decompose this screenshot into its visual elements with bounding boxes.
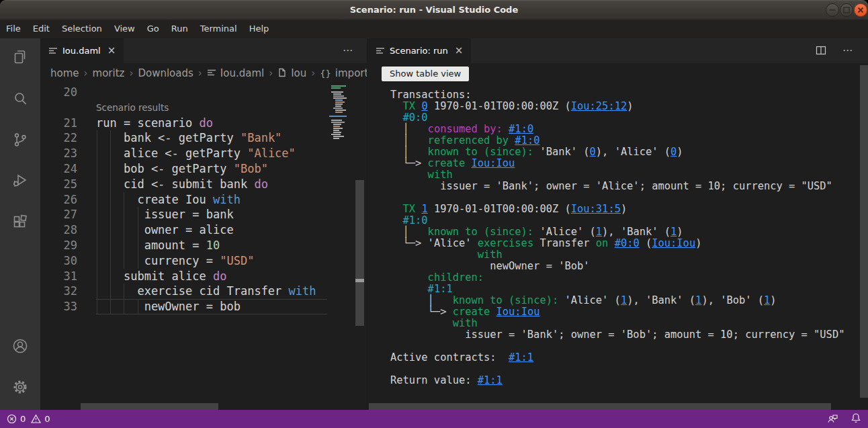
chevron-right-icon: ›	[84, 67, 88, 79]
breadcrumb-file[interactable]: Iou.daml	[220, 67, 264, 79]
tab-close-icon[interactable]: ×	[455, 46, 464, 56]
tab-label: Iou.daml	[62, 46, 101, 56]
output-line: │ known to (since): 'Alice' (1), 'Bank' …	[390, 295, 844, 306]
minimap-line	[335, 103, 343, 105]
menu-selection[interactable]: Selection	[56, 19, 108, 38]
trace-link[interactable]: 1	[695, 294, 701, 306]
code-line[interactable]: 30 currency = "USD"	[40, 253, 367, 269]
trace-link[interactable]: #1:0	[509, 123, 533, 135]
codelens[interactable]: Scenario results	[40, 100, 367, 116]
output-line: │ known to (since): 'Bank' (0), 'Alice' …	[390, 146, 844, 158]
output-line: issuer = 'Bank'; owner = 'Bob'; amount =…	[390, 329, 844, 341]
trace-link[interactable]: Iou:Iou	[652, 237, 695, 249]
output-line: Return value: #1:1	[390, 375, 844, 386]
breadcrumb-moritz[interactable]: moritz	[93, 67, 125, 79]
menu-terminal[interactable]: Terminal	[194, 19, 243, 38]
search-icon[interactable]	[11, 90, 29, 108]
status-bar: 0 0	[0, 410, 868, 428]
menu-file[interactable]: File	[0, 19, 27, 38]
braces-icon: {}	[320, 69, 331, 79]
line-number: 24	[40, 161, 96, 177]
code-line[interactable]: 31 submit alice do	[40, 269, 367, 284]
minimap-line	[331, 85, 346, 87]
trace-link[interactable]: 0	[590, 146, 596, 158]
minimize-button[interactable]	[826, 3, 839, 17]
trace-link[interactable]: 0	[670, 146, 677, 158]
breadcrumb-downloads[interactable]: Downloads	[138, 67, 193, 79]
split-editor-icon[interactable]	[816, 45, 826, 58]
menu-view[interactable]: View	[108, 19, 141, 38]
trace-link[interactable]: Iou:Iou	[496, 306, 540, 318]
code-line[interactable]: 23 alice <- getParty "Alice"	[40, 146, 367, 161]
warning-icon[interactable]	[31, 414, 41, 424]
current-line-highlight	[96, 299, 327, 314]
code-line[interactable]: 32 exercise cid Transfer with	[40, 284, 367, 299]
trace-link[interactable]: 1	[596, 226, 602, 238]
menu-edit[interactable]: Edit	[27, 19, 56, 38]
show-table-view-button[interactable]: Show table view	[382, 67, 469, 81]
line-number: 27	[40, 207, 96, 222]
breadcrumb-home[interactable]: home	[50, 67, 79, 79]
horizontal-scrollbar[interactable]	[369, 403, 831, 410]
menu-go[interactable]: Go	[141, 19, 165, 38]
trace-link[interactable]: Iou:Iou	[472, 157, 515, 169]
code-line[interactable]: 21run = scenario do	[40, 116, 367, 131]
code-line[interactable]: 24 bob <- getParty "Bob"	[40, 161, 367, 177]
scenario-results-panel: Show table view Transactions: TX 0 1970-…	[367, 63, 868, 410]
trace-link[interactable]: 1	[421, 203, 427, 215]
close-button[interactable]	[854, 3, 867, 17]
code-line[interactable]: 22 bank <- getParty "Bank"	[40, 130, 367, 146]
trace-link[interactable]: #1:0	[515, 134, 539, 146]
feedback-icon[interactable]	[827, 413, 838, 426]
output-line	[390, 363, 844, 375]
tab-iou-daml[interactable]: Iou.daml ×	[40, 38, 124, 63]
output-line: Active contracts: #1:1	[390, 352, 844, 363]
code-line[interactable]: 26 create Iou with	[40, 192, 367, 208]
line-number: 28	[40, 222, 96, 238]
line-number: 26	[40, 192, 96, 208]
menu-run[interactable]: Run	[165, 19, 194, 38]
output-line: #1:0	[390, 215, 844, 226]
editor-actions-more-icon[interactable]: ⋯	[343, 44, 353, 56]
trace-link[interactable]: Iou:31:5	[571, 203, 621, 215]
code-line[interactable]: 28 owner = alice	[40, 222, 367, 238]
account-icon[interactable]	[11, 337, 29, 355]
minimap-line	[335, 112, 343, 113]
error-icon[interactable]	[7, 414, 17, 424]
extensions-icon[interactable]	[11, 214, 29, 231]
horizontal-scrollbar[interactable]	[81, 403, 218, 410]
trace-link[interactable]: 1	[621, 294, 627, 306]
trace-link[interactable]: #0:0	[615, 237, 640, 249]
output-line: │ consumed by: #1:0	[390, 124, 844, 135]
vertical-scrollbar[interactable]	[355, 180, 364, 326]
explorer-icon[interactable]	[11, 48, 29, 66]
trace-link[interactable]: 1	[764, 294, 770, 306]
source-control-icon[interactable]	[11, 131, 29, 148]
code-line[interactable]: 27 issuer = bank	[40, 207, 367, 222]
bell-icon[interactable]	[851, 413, 861, 425]
trace-link[interactable]: 1	[670, 226, 677, 238]
trace-link[interactable]: 0	[421, 100, 427, 112]
menu-help[interactable]: Help	[243, 19, 275, 38]
line-number	[40, 100, 96, 116]
code-line[interactable]: 25 cid <- submit bank do	[40, 177, 367, 192]
maximize-button[interactable]	[840, 3, 853, 17]
settings-gear-icon[interactable]	[11, 378, 29, 396]
code-line[interactable]: 29 amount = 10	[40, 238, 367, 253]
run-debug-icon[interactable]	[11, 172, 29, 189]
code-editor[interactable]: 20Scenario results21run = scenario do22 …	[40, 83, 367, 410]
tab-scenario-run[interactable]: Scenario: run ×	[367, 38, 471, 63]
code-line[interactable]: 20	[40, 85, 367, 100]
breadcrumb-module[interactable]: Iou	[291, 67, 306, 79]
minimap[interactable]	[327, 83, 354, 410]
tab-close-icon[interactable]: ×	[107, 46, 116, 56]
editor-actions-more-icon[interactable]: ⋯	[842, 44, 853, 56]
trace-link[interactable]: #1:1	[509, 351, 533, 363]
minimap-line	[333, 95, 344, 97]
trace-link[interactable]: #1:1	[478, 374, 503, 386]
left-editor-group: Iou.daml × ⋯ home › moritz › Downloads ›…	[40, 38, 367, 410]
vertical-scrollbar[interactable]	[860, 65, 868, 398]
trace-link[interactable]: Iou:25:12	[571, 100, 627, 112]
output-line: with	[390, 169, 844, 181]
breadcrumb-symbol[interactable]: imports	[335, 67, 367, 79]
